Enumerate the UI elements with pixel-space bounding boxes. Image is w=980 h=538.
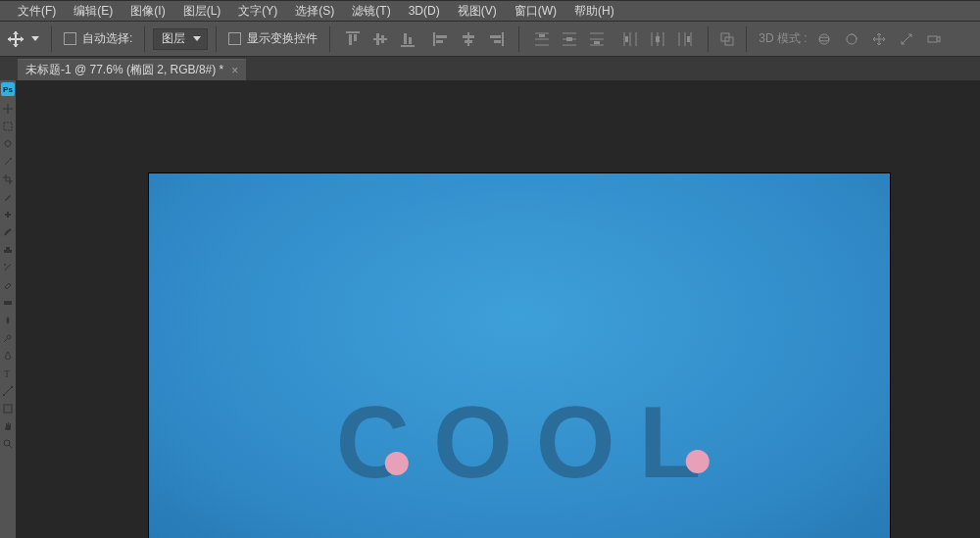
orbit-3d-icon[interactable] [813, 28, 835, 50]
align-bottom-icon[interactable] [397, 28, 418, 50]
svg-rect-48 [4, 122, 12, 130]
svg-rect-8 [409, 37, 412, 44]
menu-select[interactable]: 选择(S) [287, 1, 342, 22]
canvas-area[interactable]: C O O L [16, 80, 980, 538]
svg-rect-11 [436, 40, 443, 43]
menu-filter[interactable]: 滤镜(T) [344, 1, 398, 22]
distribute-bottom-icon[interactable] [586, 28, 608, 50]
tool-brush-icon[interactable] [1, 223, 15, 241]
char-o2: O [536, 391, 617, 493]
distribute-hcenter-icon[interactable] [647, 28, 668, 50]
tool-indicator[interactable] [4, 31, 43, 47]
tool-crop-icon[interactable] [1, 171, 15, 188]
align-right-icon[interactable] [485, 28, 507, 50]
menu-3d[interactable]: 3D(D) [401, 2, 448, 20]
tool-dodge-icon[interactable] [1, 329, 15, 347]
tab-bar: 未标题-1 @ 77.6% (椭圆 2, RGB/8#) * × [0, 57, 980, 80]
menu-edit[interactable]: 编辑(E) [66, 1, 121, 22]
svg-rect-57 [11, 386, 13, 388]
canvas-text-cool: C O O L [336, 391, 703, 493]
distribute-right-icon[interactable] [674, 28, 696, 50]
char-o1: O [433, 391, 514, 493]
tool-stamp-icon[interactable] [1, 241, 15, 259]
tool-eraser-icon[interactable] [1, 276, 15, 294]
menu-window[interactable]: 窗口(W) [507, 1, 564, 22]
distribute-left-icon[interactable] [619, 28, 641, 50]
menu-view[interactable]: 视图(V) [450, 1, 505, 22]
svg-point-45 [819, 37, 829, 41]
svg-rect-41 [687, 36, 690, 42]
pan-3d-icon[interactable] [868, 28, 890, 50]
tool-wand-icon[interactable] [1, 153, 15, 171]
svg-rect-51 [7, 212, 9, 218]
svg-rect-2 [354, 34, 357, 41]
tool-lasso-icon[interactable] [1, 135, 15, 153]
tool-eyedropper-icon[interactable] [1, 188, 15, 206]
svg-point-52 [4, 264, 6, 266]
auto-select-checkbox[interactable] [64, 32, 76, 45]
svg-rect-25 [566, 37, 572, 41]
char-l: L [639, 391, 704, 493]
options-bar: 自动选择: 图层 显示变换控件 [0, 22, 980, 57]
show-transform-group: 显示变换控件 [224, 30, 321, 47]
svg-rect-17 [494, 40, 501, 43]
mode3d-label: 3D 模式 : [759, 30, 807, 47]
svg-text:T: T [4, 368, 10, 378]
tool-history-brush-icon[interactable] [1, 259, 15, 276]
align-hcenter-icon[interactable] [458, 28, 479, 50]
menu-image[interactable]: 图像(I) [122, 1, 172, 22]
tool-type-icon[interactable]: T [1, 365, 15, 382]
camera-3d-icon[interactable] [923, 28, 945, 50]
tool-marquee-icon[interactable] [1, 118, 15, 135]
svg-rect-7 [404, 33, 407, 44]
divider [51, 26, 52, 52]
menu-type[interactable]: 文字(Y) [230, 1, 285, 22]
mode3d-group: 3D 模式 : [755, 28, 948, 50]
tool-pen-icon[interactable] [1, 347, 15, 365]
align-edges-group [338, 28, 422, 50]
pink-dot-2 [686, 450, 710, 473]
align-left-icon[interactable] [430, 28, 452, 50]
tool-gradient-icon[interactable] [1, 294, 15, 312]
slide-3d-icon[interactable] [896, 28, 917, 50]
svg-rect-5 [381, 35, 384, 43]
auto-select-group: 自动选择: [60, 30, 136, 47]
menu-help[interactable]: 帮助(H) [566, 1, 622, 22]
tool-move-icon[interactable] [1, 100, 15, 118]
align-top-icon[interactable] [342, 28, 364, 50]
svg-rect-53 [4, 301, 12, 305]
workspace: Ps T C O O L [0, 80, 980, 538]
chevron-down-icon [193, 36, 201, 41]
svg-rect-16 [490, 35, 501, 38]
document-tab-title: 未标题-1 @ 77.6% (椭圆 2, RGB/8#) * [25, 62, 223, 78]
svg-rect-10 [436, 35, 447, 38]
roll-3d-icon[interactable] [841, 28, 862, 50]
tool-hand-icon[interactable] [1, 417, 15, 435]
pink-dot-1 [385, 452, 409, 475]
menu-file[interactable]: 文件(F) [10, 1, 64, 22]
distribute-h-group [615, 28, 700, 50]
tool-shape-icon[interactable] [1, 400, 15, 417]
target-select[interactable]: 图层 [153, 28, 208, 50]
svg-point-54 [7, 335, 11, 339]
divider [216, 26, 217, 52]
tool-heal-icon[interactable] [1, 206, 15, 223]
distribute-top-icon[interactable] [531, 28, 553, 50]
tool-zoom-icon[interactable] [1, 435, 15, 453]
distribute-v-group [527, 28, 612, 50]
auto-align-layers-icon[interactable] [716, 28, 738, 50]
target-select-value: 图层 [162, 30, 185, 47]
show-transform-checkbox[interactable] [228, 32, 241, 45]
document-tab[interactable]: 未标题-1 @ 77.6% (椭圆 2, RGB/8#) * × [18, 59, 246, 80]
distribute-vcenter-icon[interactable] [559, 28, 580, 50]
close-icon[interactable]: × [231, 65, 238, 76]
tool-blur-icon[interactable] [1, 312, 15, 329]
divider [746, 26, 747, 52]
tool-path-icon[interactable] [1, 382, 15, 400]
auto-select-label: 自动选择: [82, 30, 132, 47]
toolbox: Ps T [0, 80, 16, 538]
align-vcenter-icon[interactable] [369, 28, 391, 50]
svg-rect-29 [594, 41, 600, 44]
menu-layer[interactable]: 图层(L) [175, 1, 229, 22]
svg-rect-58 [4, 405, 12, 413]
